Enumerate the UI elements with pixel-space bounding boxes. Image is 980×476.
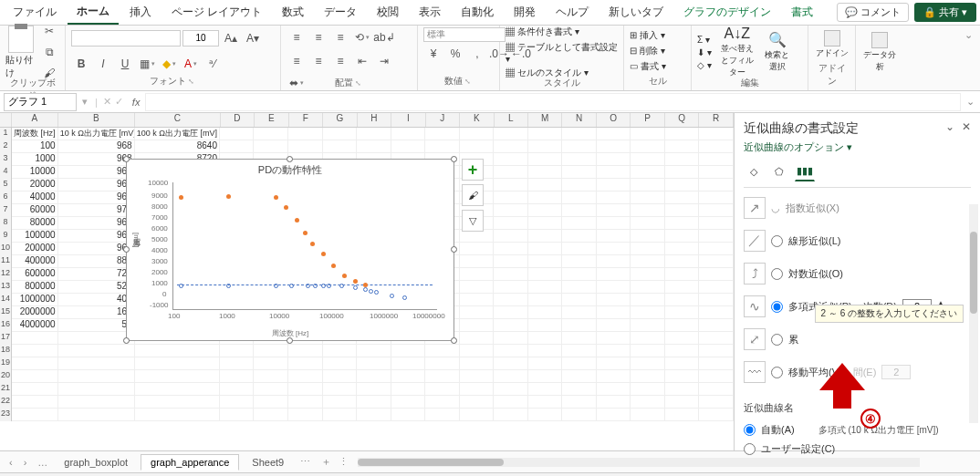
- chart-plot-area[interactable]: 10000 9000 8000 7000 6000 5000 4000 3000…: [172, 182, 437, 310]
- cell[interactable]: [494, 357, 528, 370]
- cell[interactable]: [528, 217, 563, 230]
- cell[interactable]: [254, 357, 288, 370]
- cell[interactable]: 100: [12, 140, 58, 153]
- cell[interactable]: [665, 166, 700, 179]
- font-launcher-icon[interactable]: ⤡: [188, 78, 196, 86]
- share-button[interactable]: 🔒 共有 ▾: [914, 3, 976, 22]
- cell[interactable]: [665, 128, 700, 140]
- cell[interactable]: [12, 370, 58, 383]
- cell[interactable]: [494, 191, 528, 204]
- cell[interactable]: 600000: [12, 268, 58, 281]
- column-header[interactable]: Q: [665, 113, 699, 127]
- cell[interactable]: [254, 370, 288, 383]
- cell[interactable]: [562, 255, 597, 268]
- cell[interactable]: [528, 243, 563, 255]
- cell[interactable]: [135, 409, 220, 421]
- row-header[interactable]: 13: [0, 281, 12, 294]
- currency-icon[interactable]: ¥: [423, 44, 443, 64]
- column-header[interactable]: A: [12, 113, 58, 127]
- cell[interactable]: [425, 370, 460, 383]
- row-header[interactable]: 21: [0, 383, 12, 396]
- cells-insert-button[interactable]: ⊞ 挿入 ▾: [630, 29, 666, 42]
- paste-icon[interactable]: [8, 26, 34, 53]
- cell[interactable]: [665, 140, 700, 153]
- cell[interactable]: [494, 255, 528, 268]
- new-sheet-button[interactable]: ＋: [318, 455, 335, 469]
- cell[interactable]: [699, 255, 734, 268]
- chart-handle[interactable]: [451, 156, 457, 162]
- cell[interactable]: [699, 204, 734, 217]
- formula-expand-icon[interactable]: ⌄: [961, 96, 980, 108]
- conditional-formatting-button[interactable]: ▦ 条件付き書式 ▾: [506, 26, 618, 38]
- cell[interactable]: [665, 383, 700, 396]
- cell[interactable]: [425, 128, 460, 140]
- column-header[interactable]: M: [528, 113, 562, 127]
- cell[interactable]: [135, 370, 220, 383]
- column-header[interactable]: R: [699, 113, 733, 127]
- cell[interactable]: [58, 357, 135, 370]
- cell[interactable]: [699, 153, 734, 166]
- cell[interactable]: [220, 409, 255, 421]
- cell[interactable]: [631, 383, 665, 396]
- cell[interactable]: [288, 140, 323, 153]
- cell[interactable]: [425, 345, 460, 357]
- cell[interactable]: [288, 128, 323, 140]
- sheet-nav-prev-icon[interactable]: ‹: [5, 457, 16, 468]
- cell[interactable]: [220, 345, 255, 357]
- align-right-icon[interactable]: ≡: [330, 51, 350, 71]
- pane-tab-effects-icon[interactable]: ⬠: [769, 161, 789, 181]
- chart-handle[interactable]: [123, 156, 130, 162]
- column-header[interactable]: K: [460, 113, 494, 127]
- cell[interactable]: [699, 268, 734, 281]
- row-header[interactable]: 3: [0, 153, 12, 166]
- cell[interactable]: [597, 204, 631, 217]
- cell[interactable]: [58, 370, 135, 383]
- cell[interactable]: [528, 370, 563, 383]
- name-box-dropdown-icon[interactable]: ▾: [80, 96, 89, 108]
- chart-handle[interactable]: [451, 337, 457, 344]
- row-header[interactable]: 5: [0, 179, 12, 191]
- cell[interactable]: [665, 294, 700, 306]
- chart-handle[interactable]: [287, 156, 293, 162]
- fill-color-button[interactable]: ◆: [159, 54, 179, 74]
- cell[interactable]: [631, 345, 665, 357]
- cell[interactable]: 60000: [12, 204, 58, 217]
- percent-icon[interactable]: %: [445, 44, 465, 64]
- cell[interactable]: [528, 230, 563, 243]
- font-name-combo[interactable]: [71, 30, 181, 47]
- cell[interactable]: [528, 383, 563, 396]
- tab-help[interactable]: ヘルプ: [547, 1, 598, 24]
- cell[interactable]: [460, 140, 495, 153]
- row-header[interactable]: 18: [0, 345, 12, 357]
- tab-developer[interactable]: 開発: [505, 1, 545, 24]
- cell[interactable]: [631, 396, 665, 409]
- cell[interactable]: [631, 294, 665, 306]
- cell[interactable]: [288, 345, 323, 357]
- chart-filters-button[interactable]: ▽: [462, 210, 484, 232]
- align-top-icon[interactable]: ≡: [287, 27, 307, 47]
- cell[interactable]: [135, 383, 220, 396]
- row-header[interactable]: 23: [0, 409, 12, 421]
- cell[interactable]: [699, 396, 734, 409]
- sheet-tab-more[interactable]: ⋯: [297, 456, 314, 468]
- analyze-data-icon[interactable]: [871, 32, 888, 48]
- formula-input[interactable]: [145, 93, 961, 111]
- cell[interactable]: [631, 217, 665, 230]
- cell[interactable]: [425, 396, 460, 409]
- cell[interactable]: [460, 332, 495, 345]
- cell[interactable]: [699, 140, 734, 153]
- format-as-table-button[interactable]: ▦ テーブルとして書式設定 ▾: [506, 41, 618, 64]
- bold-button[interactable]: B: [71, 54, 91, 74]
- cell[interactable]: [357, 396, 391, 409]
- row-header[interactable]: 12: [0, 268, 12, 281]
- cell[interactable]: [494, 166, 528, 179]
- chart-object[interactable]: PDの動作特性 出力電圧[mV]: [126, 159, 454, 341]
- decrease-font-icon[interactable]: A▾: [243, 28, 263, 48]
- row-header[interactable]: 20: [0, 370, 12, 383]
- cell[interactable]: [425, 383, 460, 396]
- cell[interactable]: [562, 268, 597, 281]
- cell[interactable]: [357, 409, 391, 421]
- cell[interactable]: 1000000: [12, 294, 58, 306]
- cell[interactable]: [665, 357, 700, 370]
- cell[interactable]: [460, 396, 495, 409]
